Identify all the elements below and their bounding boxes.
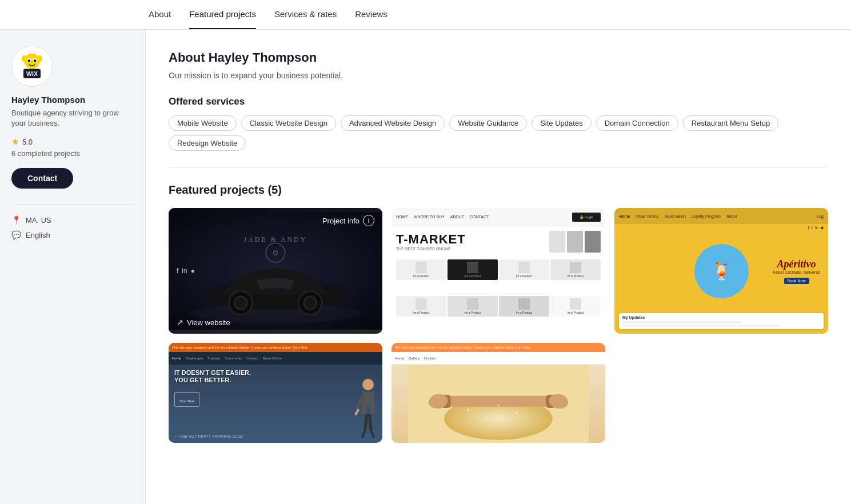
project-card-aperitivo[interactable]: Home Order Online Reservation Loyalty Pr… (614, 208, 828, 334)
rating-value: 5.0 (22, 138, 33, 146)
svg-point-1 (22, 55, 27, 62)
pizza-preview: This site was designed with the wix webs… (391, 343, 605, 443)
svg-text:WIX: WIX (26, 70, 38, 77)
projects-bottom-row: This site was designed with the wix webs… (169, 343, 828, 443)
svg-point-27 (467, 409, 469, 411)
social-icon-3[interactable]: ● (191, 267, 195, 275)
empty-slot (614, 343, 828, 443)
social-icon-2[interactable]: in (182, 267, 187, 275)
about-title: About Hayley Thompson (169, 50, 828, 65)
language-icon: 💬 (11, 230, 21, 239)
page-layout: WIX Hayley Thompson Boutique agency stri… (0, 30, 851, 504)
fitness-headline: IT DOESN'T GET EASIER,YOU GET BETTER. (174, 369, 377, 384)
svg-point-6 (34, 59, 37, 62)
services-tags-container: Mobile Website Classic Website Design Ad… (169, 115, 828, 151)
featured-projects-title: Featured projects (5) (169, 183, 828, 197)
svg-point-19 (362, 379, 374, 390)
offered-services-title: Offered services (169, 96, 828, 107)
sidebar-meta: 📍 MA, US 💬 English (11, 215, 134, 239)
partner-description: Boutique agency striving to grow your bu… (11, 108, 134, 129)
athlete-silhouette (351, 374, 382, 443)
nav-about[interactable]: About (149, 0, 171, 29)
svg-point-28 (497, 405, 499, 406)
shirt-thumb (585, 231, 601, 253)
svg-point-2 (37, 55, 42, 62)
service-tag-domain-connection[interactable]: Domain Connection (596, 115, 678, 131)
aperitivo-title: Apéritivo (773, 258, 820, 270)
svg-point-30 (485, 418, 487, 419)
projects-top-row: JADE & ANDY ⚙ Project info i f in (169, 208, 828, 334)
view-website-link[interactable]: ↗ View website (177, 318, 374, 327)
project-card-pizza[interactable]: This site was designed with the wix webs… (391, 343, 605, 443)
svg-point-5 (28, 59, 31, 62)
svg-point-29 (516, 411, 518, 414)
aperitivo-preview: Home Order Online Reservation Loyalty Pr… (614, 208, 828, 334)
logo-container: WIX (11, 46, 53, 87)
star-icon: ★ (11, 137, 19, 147)
project-card-fitness[interactable]: This site was designed with the wix webs… (169, 343, 382, 443)
project-card-car[interactable]: JADE & ANDY ⚙ Project info i f in (169, 208, 382, 334)
view-website-label: View website (187, 318, 230, 327)
location-icon: 📍 (11, 215, 21, 225)
location-value: MA, US (26, 216, 51, 225)
cocktail-emoji: 🍹 (711, 261, 732, 281)
project-info-text: Project info (322, 217, 359, 225)
project-card-tmarket[interactable]: HOME WHERE TO BUY ABOUT CONTACT 🔒 Login … (391, 208, 605, 334)
top-navigation: About Featured projects Services & rates… (0, 0, 851, 30)
info-icon: i (363, 215, 374, 226)
contact-button[interactable]: Contact (11, 168, 73, 189)
nav-services[interactable]: Services & rates (274, 0, 337, 29)
facebook-icon[interactable]: f (177, 267, 178, 275)
language-value: English (26, 231, 50, 239)
tmarket-nav-label: HOME (396, 215, 408, 219)
service-tag-site-updates[interactable]: Site Updates (532, 115, 591, 131)
service-tag-restaurant-menu-setup[interactable]: Restaurant Menu Setup (683, 115, 778, 131)
pizza-illustration (391, 365, 605, 443)
about-subtitle: Our mission is to expand your business p… (169, 71, 828, 80)
service-tag-classic-website-design[interactable]: Classic Website Design (241, 115, 336, 131)
sidebar: WIX Hayley Thompson Boutique agency stri… (0, 30, 146, 504)
service-tag-redesign-website[interactable]: Redesign Website (169, 135, 246, 151)
service-tag-mobile-website[interactable]: Mobile Website (169, 115, 237, 131)
tmarket-preview: HOME WHERE TO BUY ABOUT CONTACT 🔒 Login … (391, 208, 605, 334)
shirt-thumb (567, 231, 583, 253)
fitness-preview: This site was designed with the wix webs… (169, 343, 382, 443)
svg-point-0 (25, 54, 40, 69)
service-tag-website-guidance[interactable]: Website Guidance (449, 115, 527, 131)
nav-reviews[interactable]: Reviews (355, 0, 387, 29)
partner-name: Hayley Thompson (11, 95, 134, 105)
language-item: 💬 English (11, 230, 134, 239)
tmarket-title: T-MARKET (396, 233, 546, 246)
rating-row: ★ 5.0 (11, 137, 134, 147)
main-content: About Hayley Thompson Our mission is to … (146, 30, 851, 504)
section-divider (169, 167, 828, 167)
project-info-badge[interactable]: Project info i (177, 215, 374, 226)
sidebar-divider (11, 205, 134, 205)
location-item: 📍 MA, US (11, 215, 134, 225)
service-tag-advanced-website-design[interactable]: Advanced Website Design (341, 115, 445, 131)
project-card-overlay: Project info i f in ● ↗ View website (169, 208, 382, 334)
shirt-thumb (549, 231, 565, 253)
about-section: About Hayley Thompson Our mission is to … (169, 50, 828, 151)
external-link-icon: ↗ (177, 318, 183, 327)
wix-logo-icon: WIX (15, 49, 49, 83)
project-social-icons: f in ● (177, 267, 374, 275)
nav-featured[interactable]: Featured projects (189, 0, 256, 29)
completed-projects: 6 completed projects (11, 149, 134, 158)
featured-projects-section: Featured projects (5) (169, 183, 828, 443)
